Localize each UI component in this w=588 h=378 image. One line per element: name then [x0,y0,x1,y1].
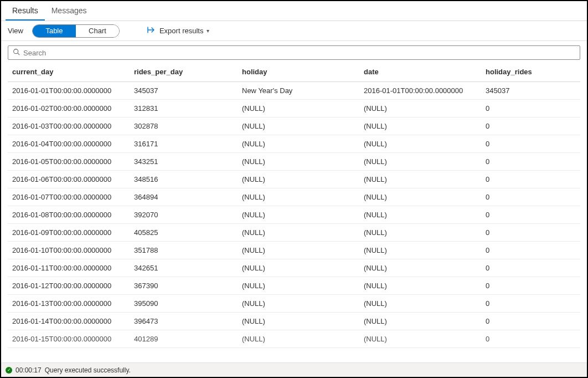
search-input[interactable] [23,49,575,57]
cell-holiday_rides[interactable]: 0 [481,259,580,277]
table-row[interactable]: 2016-01-12T00:00:00.0000000367390(NULL)(… [8,277,580,295]
cell-rides_per_day[interactable]: 312831 [130,100,238,118]
col-holiday_rides[interactable]: holiday_rides [481,62,580,82]
cell-holiday[interactable]: (NULL) [238,206,359,224]
cell-holiday_rides[interactable]: 345037 [481,82,580,100]
table-row[interactable]: 2016-01-08T00:00:00.0000000392070(NULL)(… [8,206,580,224]
cell-holiday[interactable]: (NULL) [238,277,359,295]
cell-date[interactable]: (NULL) [359,206,481,224]
cell-rides_per_day[interactable]: 351788 [130,242,238,259]
cell-date[interactable]: (NULL) [359,295,481,313]
table-row[interactable]: 2016-01-11T00:00:00.0000000342651(NULL)(… [8,259,580,277]
cell-current_day[interactable]: 2016-01-07T00:00:00.0000000 [8,188,130,206]
cell-date[interactable]: (NULL) [359,242,481,259]
table-row[interactable]: 2016-01-03T00:00:00.0000000302878(NULL)(… [8,118,580,135]
cell-rides_per_day[interactable]: 367390 [130,277,238,295]
search-box[interactable] [8,45,580,60]
cell-date[interactable]: (NULL) [359,100,481,118]
cell-rides_per_day[interactable]: 364894 [130,188,238,206]
cell-current_day[interactable]: 2016-01-08T00:00:00.0000000 [8,206,130,224]
col-holiday[interactable]: holiday [238,62,359,82]
table-row[interactable]: 2016-01-01T00:00:00.0000000345037New Yea… [8,82,580,100]
cell-holiday[interactable]: New Year's Day [238,82,359,100]
cell-date[interactable]: (NULL) [359,313,481,330]
view-table-button[interactable]: Table [33,25,76,37]
cell-holiday_rides[interactable]: 0 [481,330,580,348]
cell-current_day[interactable]: 2016-01-05T00:00:00.0000000 [8,153,130,171]
cell-holiday_rides[interactable]: 0 [481,242,580,259]
cell-date[interactable]: (NULL) [359,171,481,188]
cell-holiday_rides[interactable]: 0 [481,206,580,224]
cell-current_day[interactable]: 2016-01-01T00:00:00.0000000 [8,82,130,100]
cell-current_day[interactable]: 2016-01-04T00:00:00.0000000 [8,135,130,153]
cell-holiday_rides[interactable]: 0 [481,188,580,206]
cell-current_day[interactable]: 2016-01-12T00:00:00.0000000 [8,277,130,295]
table-row[interactable]: 2016-01-07T00:00:00.0000000364894(NULL)(… [8,188,580,206]
table-row[interactable]: 2016-01-15T00:00:00.0000000401289(NULL)(… [8,330,580,348]
cell-holiday_rides[interactable]: 0 [481,118,580,135]
cell-rides_per_day[interactable]: 401289 [130,330,238,348]
tab-results[interactable]: Results [6,2,45,21]
cell-holiday[interactable]: (NULL) [238,224,359,242]
cell-date[interactable]: (NULL) [359,118,481,135]
table-row[interactable]: 2016-01-13T00:00:00.0000000395090(NULL)(… [8,295,580,313]
cell-holiday_rides[interactable]: 0 [481,171,580,188]
table-row[interactable]: 2016-01-06T00:00:00.0000000348516(NULL)(… [8,171,580,188]
cell-rides_per_day[interactable]: 342651 [130,259,238,277]
cell-date[interactable]: (NULL) [359,153,481,171]
cell-date[interactable]: (NULL) [359,135,481,153]
cell-holiday_rides[interactable]: 0 [481,100,580,118]
cell-rides_per_day[interactable]: 396473 [130,313,238,330]
cell-holiday_rides[interactable]: 0 [481,313,580,330]
cell-holiday[interactable]: (NULL) [238,188,359,206]
cell-rides_per_day[interactable]: 316171 [130,135,238,153]
cell-holiday[interactable]: (NULL) [238,330,359,348]
cell-holiday[interactable]: (NULL) [238,259,359,277]
cell-holiday_rides[interactable]: 0 [481,153,580,171]
cell-current_day[interactable]: 2016-01-14T00:00:00.0000000 [8,313,130,330]
cell-date[interactable]: (NULL) [359,277,481,295]
cell-holiday[interactable]: (NULL) [238,100,359,118]
cell-current_day[interactable]: 2016-01-13T00:00:00.0000000 [8,295,130,313]
table-row[interactable]: 2016-01-05T00:00:00.0000000343251(NULL)(… [8,153,580,171]
cell-holiday[interactable]: (NULL) [238,135,359,153]
cell-date[interactable]: (NULL) [359,188,481,206]
cell-holiday_rides[interactable]: 0 [481,277,580,295]
cell-rides_per_day[interactable]: 302878 [130,118,238,135]
cell-holiday_rides[interactable]: 0 [481,224,580,242]
export-results-button[interactable]: Export results ▾ [147,26,209,35]
col-current_day[interactable]: current_day [8,62,130,82]
cell-holiday_rides[interactable]: 0 [481,135,580,153]
cell-current_day[interactable]: 2016-01-15T00:00:00.0000000 [8,330,130,348]
cell-current_day[interactable]: 2016-01-03T00:00:00.0000000 [8,118,130,135]
cell-date[interactable]: (NULL) [359,259,481,277]
cell-rides_per_day[interactable]: 395090 [130,295,238,313]
cell-current_day[interactable]: 2016-01-06T00:00:00.0000000 [8,171,130,188]
col-rides_per_day[interactable]: rides_per_day [130,62,238,82]
cell-rides_per_day[interactable]: 343251 [130,153,238,171]
table-row[interactable]: 2016-01-09T00:00:00.0000000405825(NULL)(… [8,224,580,242]
cell-date[interactable]: (NULL) [359,330,481,348]
cell-current_day[interactable]: 2016-01-09T00:00:00.0000000 [8,224,130,242]
cell-holiday[interactable]: (NULL) [238,118,359,135]
cell-holiday_rides[interactable]: 0 [481,295,580,313]
table-row[interactable]: 2016-01-02T00:00:00.0000000312831(NULL)(… [8,100,580,118]
view-chart-button[interactable]: Chart [76,25,119,37]
cell-holiday[interactable]: (NULL) [238,242,359,259]
cell-holiday[interactable]: (NULL) [238,295,359,313]
cell-current_day[interactable]: 2016-01-10T00:00:00.0000000 [8,242,130,259]
table-row[interactable]: 2016-01-10T00:00:00.0000000351788(NULL)(… [8,242,580,259]
table-row[interactable]: 2016-01-14T00:00:00.0000000396473(NULL)(… [8,313,580,330]
cell-holiday[interactable]: (NULL) [238,171,359,188]
cell-current_day[interactable]: 2016-01-02T00:00:00.0000000 [8,100,130,118]
col-date[interactable]: date [359,62,481,82]
cell-holiday[interactable]: (NULL) [238,313,359,330]
cell-holiday[interactable]: (NULL) [238,153,359,171]
cell-rides_per_day[interactable]: 348516 [130,171,238,188]
cell-rides_per_day[interactable]: 392070 [130,206,238,224]
tab-messages[interactable]: Messages [45,2,94,21]
table-row[interactable]: 2016-01-04T00:00:00.0000000316171(NULL)(… [8,135,580,153]
cell-rides_per_day[interactable]: 405825 [130,224,238,242]
cell-date[interactable]: (NULL) [359,224,481,242]
cell-rides_per_day[interactable]: 345037 [130,82,238,100]
